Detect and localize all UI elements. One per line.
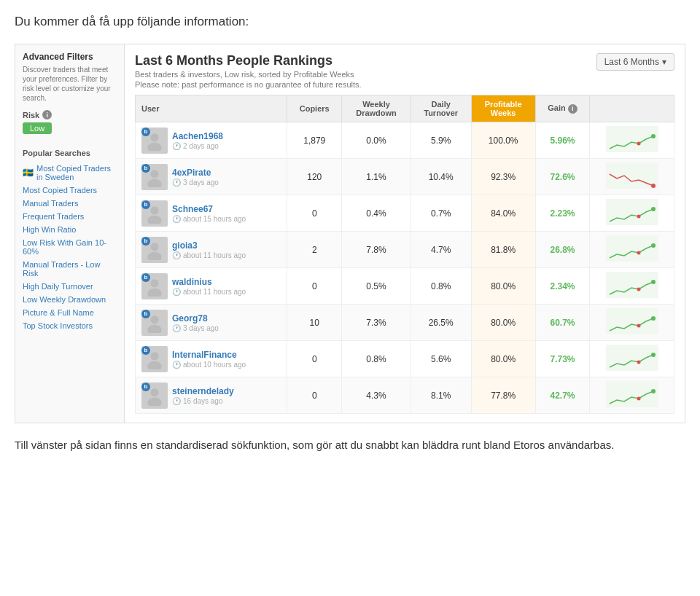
sidebar-item-label: High Win Ratio (23, 225, 76, 234)
table-row: bsteinerndelady🕐16 days ago04.3%8.1%77.8… (136, 377, 674, 414)
sidebar-item-5[interactable]: Low Risk With Gain 10-60% (23, 236, 117, 258)
sidebar-item-8[interactable]: Low Weekly Drawdown (23, 293, 117, 306)
sidebar-item-10[interactable]: Top Stock Investors (23, 319, 117, 332)
gain-cell: 60.7% (535, 305, 590, 341)
username-link[interactable]: gioia3 (172, 240, 246, 251)
sidebar-item-6[interactable]: Manual Traders - Low Risk (23, 258, 117, 280)
col-gain: Gain i (535, 95, 590, 122)
sidebar-title: Advanced Filters (23, 52, 117, 62)
trader-time: 🕐3 days ago (172, 324, 219, 332)
weekly-drawdown-cell: 7.8% (342, 232, 411, 268)
svg-point-25 (147, 324, 162, 332)
copy-badge: b (141, 237, 150, 246)
copiers-cell: 2 (287, 232, 342, 268)
clock-icon: 🕐 (172, 251, 181, 259)
svg-point-9 (150, 206, 158, 214)
svg-rect-2 (606, 126, 658, 152)
col-profitable-weeks: ProfitableWeeks (471, 95, 535, 122)
avatar: b (141, 310, 168, 336)
sidebar-item-2[interactable]: Manual Traders (23, 197, 117, 210)
sidebar-item-3[interactable]: Frequent Traders (23, 210, 117, 223)
gain-cell: 72.6% (535, 159, 590, 195)
sidebar-item-9[interactable]: Picture & Full Name (23, 306, 117, 319)
gain-cell: 2.34% (535, 268, 590, 305)
daily-turnover-cell: 5.6% (411, 341, 471, 377)
right-panel: Last 6 Months People Rankings Best trade… (125, 44, 685, 423)
user-cell: bwaldinius🕐about 11 hours ago (136, 268, 287, 305)
trader-time: 🕐about 11 hours ago (172, 251, 246, 259)
svg-rect-31 (606, 345, 658, 371)
col-user: User (136, 95, 287, 122)
profitable-weeks-cell: 92.3% (471, 159, 535, 195)
username-link[interactable]: Schnee67 (172, 204, 246, 214)
trader-time: 🕐3 days ago (172, 179, 219, 187)
username-link[interactable]: Aachen1968 (172, 131, 223, 141)
svg-rect-11 (606, 199, 658, 225)
sidebar-item-0[interactable]: 🇸🇪Most Copied Traders in Sweden (23, 162, 117, 184)
svg-point-22 (651, 280, 656, 284)
clock-icon: 🕐 (172, 215, 181, 223)
svg-point-5 (150, 170, 158, 178)
table-row: bAachen1968🕐2 days ago1,8790.0%5.9%100.0… (136, 122, 674, 159)
table-row: bgioia3🕐about 11 hours ago27.8%4.7%81.8%… (136, 232, 674, 268)
gain-cell: 26.8% (535, 232, 590, 268)
copiers-cell: 0 (287, 268, 342, 305)
sidebar-item-label: Manual Traders - Low Risk (23, 260, 117, 278)
gain-cell: 5.96% (535, 122, 590, 159)
copiers-cell: 1,879 (287, 122, 342, 159)
weekly-drawdown-cell: 7.3% (342, 305, 411, 341)
copy-badge: b (141, 310, 150, 318)
svg-point-4 (637, 142, 640, 146)
sidebar: Advanced Filters Discover traders that m… (15, 44, 125, 423)
chart-cell (590, 341, 674, 377)
svg-rect-36 (606, 381, 658, 407)
sidebar-items: 🇸🇪Most Copied Traders in SwedenMost Copi… (23, 162, 117, 332)
bottom-text: Till vänster på sidan finns en standardi… (15, 436, 685, 454)
username-link[interactable]: Georg78 (172, 313, 219, 324)
sidebar-item-4[interactable]: High Win Ratio (23, 223, 117, 236)
trader-time: 🕐2 days ago (172, 142, 223, 150)
sidebar-item-7[interactable]: High Daily Turnover (23, 280, 117, 293)
username-link[interactable]: steinerndelady (172, 386, 234, 396)
profitable-weeks-cell: 84.0% (471, 195, 535, 232)
username-link[interactable]: waldinius (172, 277, 246, 287)
col-weekly-drawdown: WeeklyDrawdown (342, 95, 411, 122)
sidebar-item-1[interactable]: Most Copied Traders (23, 184, 117, 197)
svg-point-0 (150, 133, 158, 141)
svg-point-19 (150, 279, 158, 287)
chart-cell (590, 195, 674, 232)
chart-cell (590, 159, 674, 195)
popular-searches-title: Popular Searches (23, 149, 117, 157)
svg-point-24 (150, 315, 158, 324)
sidebar-description: Discover traders that meet your preferen… (23, 65, 117, 103)
col-copiers: Copiers (287, 95, 342, 122)
svg-point-1 (147, 142, 162, 150)
svg-point-23 (637, 288, 640, 291)
main-content: Advanced Filters Discover traders that m… (15, 44, 685, 423)
svg-point-32 (651, 353, 656, 357)
gain-info-icon[interactable]: i (568, 104, 578, 114)
sidebar-item-label: Low Risk With Gain 10-60% (23, 238, 117, 256)
weekly-drawdown-cell: 0.8% (342, 341, 411, 377)
table-row: bInternalFinance🕐about 10 hours ago00.8%… (136, 341, 674, 377)
clock-icon: 🕐 (172, 288, 181, 296)
svg-rect-16 (606, 235, 658, 262)
sidebar-item-label: Manual Traders (23, 199, 78, 208)
avatar: b (141, 273, 168, 299)
period-button[interactable]: Last 6 Months ▾ (596, 53, 674, 71)
copiers-cell: 0 (287, 341, 342, 377)
trader-time: 🕐about 11 hours ago (172, 288, 246, 296)
profitable-weeks-cell: 77.8% (471, 377, 535, 414)
trader-time: 🕐16 days ago (172, 397, 234, 405)
gain-cell: 42.7% (535, 377, 590, 414)
avatar: b (141, 164, 168, 190)
risk-info-icon[interactable]: i (42, 110, 52, 119)
svg-point-28 (637, 324, 640, 328)
table-row: bwaldinius🕐about 11 hours ago00.5%0.8%80… (136, 268, 674, 305)
daily-turnover-cell: 0.7% (411, 195, 471, 232)
username-link[interactable]: InternalFinance (172, 350, 246, 360)
table-row: b4exPirate🕐3 days ago1201.1%10.4%92.3%72… (136, 159, 674, 195)
username-link[interactable]: 4exPirate (172, 168, 219, 178)
traders-table: User Copiers WeeklyDrawdown DailyTurnove… (135, 95, 674, 414)
panel-subtitle2: Please note: past performance is no guar… (135, 80, 362, 89)
